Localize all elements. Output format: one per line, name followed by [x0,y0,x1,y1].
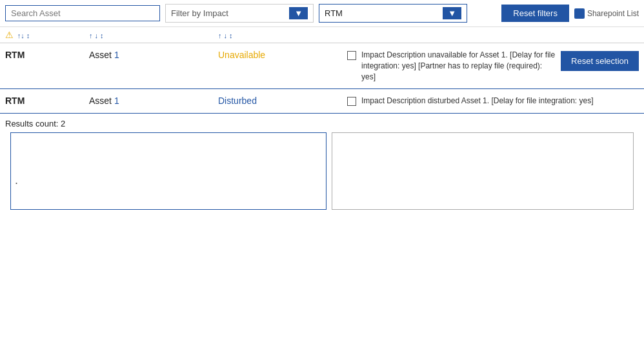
filter-label: Filter by Impact [171,8,228,18]
rtm-value: RTM [325,8,343,18]
table-header: ⚠ ↑↓ ↕ ↑ ↓ ↕ ↑ ↓ ↕ [0,27,644,43]
col-header-rtm: ⚠ ↑↓ ↕ [5,30,89,40]
table-body: RTM Asset 1 Unavailable Impact Descripti… [0,43,644,114]
impact-checkbox-1[interactable] [347,51,356,60]
col-header-status: ↑ ↓ ↕ [218,30,347,40]
sort-icons-rtm[interactable]: ↑↓ ↕ [17,32,30,39]
rtm-dropdown[interactable]: RTM ▼ [319,4,467,23]
sort-icons-status[interactable]: ↑ ↓ ↕ [218,32,233,39]
results-section: Results count: 2 · [0,114,644,210]
search-input[interactable] [5,5,160,21]
reset-selection-button[interactable]: Reset selection [561,51,639,71]
filter-dropdown[interactable]: Filter by Impact ▼ [165,4,314,23]
rtm-dropdown-arrow: ▼ [443,7,461,19]
cell-rtm-1: RTM [5,50,89,60]
sort-icons-asset[interactable]: ↑ ↓ ↕ [89,32,104,39]
col-header-asset: ↑ ↓ ↕ [89,30,218,40]
panel-right [332,132,634,210]
sharepoint-icon [574,8,585,19]
impact-checkbox-2[interactable] [347,97,356,106]
cell-asset-1: Asset 1 [89,50,218,60]
asset-link-2[interactable]: 1 [114,96,119,106]
table-row: RTM Asset 1 Disturbed Impact Description… [0,89,644,114]
impact-text-1: Impact Description unavailable for Asset… [361,50,556,82]
results-count: Results count: 2 [5,119,639,128]
asset-link-1[interactable]: 1 [114,50,119,60]
filter-dropdown-arrow: ▼ [289,7,308,19]
sharepoint-link[interactable]: Sharepoint List [574,8,639,19]
cell-impact-2: Impact Description disturbed Asset 1. [D… [347,96,639,107]
impact-col-1: Impact Description unavailable for Asset… [347,50,556,82]
cell-asset-2: Asset 1 [89,96,218,106]
cell-impact-1: Impact Description unavailable for Asset… [347,50,639,82]
reset-filters-button[interactable]: Reset filters [501,5,569,22]
top-bar: Filter by Impact ▼ RTM ▼ Reset filters S… [0,0,644,27]
cell-rtm-2: RTM [5,96,89,106]
cell-status-1: Unavailable [218,50,347,60]
panel-left: · [10,132,327,210]
cell-status-2: Disturbed [218,96,347,106]
table-row: RTM Asset 1 Unavailable Impact Descripti… [0,43,644,89]
panel-dot: · [15,176,18,190]
warning-icon: ⚠ [5,30,14,40]
bottom-panels: · [5,132,639,210]
sharepoint-label: Sharepoint List [587,9,639,18]
impact-text-2: Impact Description disturbed Asset 1. [D… [361,96,594,107]
